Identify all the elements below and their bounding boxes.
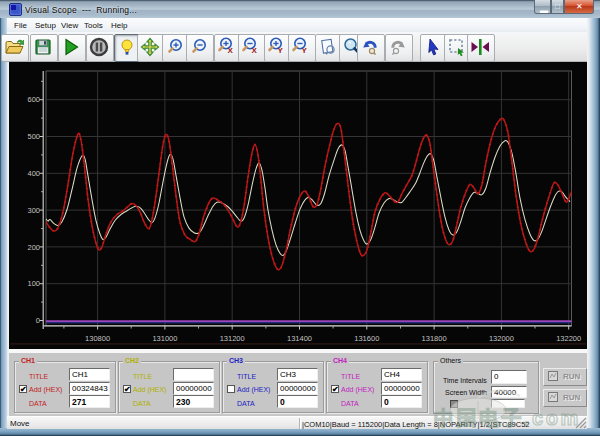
svg-text:中国电子.com: 中国电子.com: [434, 407, 581, 429]
